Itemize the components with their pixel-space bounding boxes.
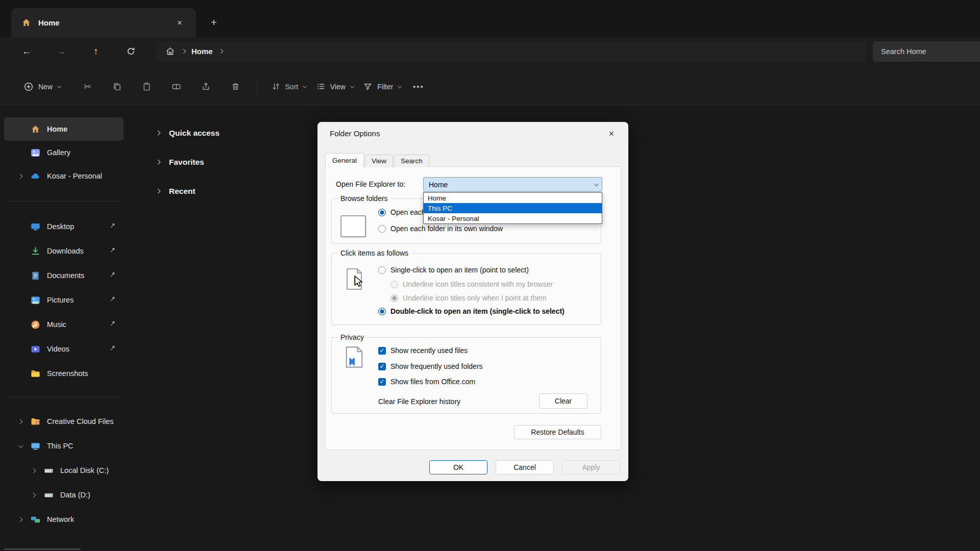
up-button[interactable]: ↑ — [85, 42, 107, 61]
chevron-right-icon[interactable] — [14, 514, 26, 525]
radio-label: Open each folder in its own window — [390, 224, 503, 233]
downloads-icon — [30, 245, 41, 257]
cancel-button[interactable]: Cancel — [496, 460, 554, 474]
radio-icon[interactable] — [378, 225, 386, 233]
forward-button[interactable]: → — [50, 42, 72, 61]
sidebar-item-creative-cloud-files[interactable]: Creative Cloud Files — [4, 409, 124, 434]
apply-button[interactable]: Apply — [562, 460, 620, 474]
radio-icon[interactable] — [378, 209, 386, 216]
sidebar-item-onedrive[interactable]: Kosar - Personal — [4, 164, 124, 188]
radio-icon — [390, 281, 398, 288]
onedrive-cloud-icon — [30, 170, 41, 182]
sidebar-item-pictures[interactable]: Pictures — [4, 288, 124, 312]
sidebar-item-downloads[interactable]: Downloads — [4, 239, 124, 263]
filter-button-label: Filter — [377, 83, 393, 91]
sidebar-item-music[interactable]: Music — [4, 312, 124, 337]
dialog-close-icon[interactable]: × — [603, 126, 620, 141]
dialog-title: Folder Options — [330, 129, 380, 138]
breadcrumb-item-home[interactable]: Home — [191, 47, 213, 56]
dropdown-option-kosar-personal[interactable]: Kosar - Personal — [424, 213, 602, 223]
pin-icon — [109, 246, 116, 256]
filter-button[interactable]: Filter — [358, 78, 406, 95]
command-toolbar: New ✂ — [0, 65, 980, 105]
desktop-icon — [30, 221, 41, 232]
chevron-down-icon[interactable] — [14, 440, 26, 452]
share-icon[interactable] — [195, 77, 217, 97]
chevron-right-icon[interactable] — [28, 465, 39, 476]
chevron-right-icon[interactable] — [156, 160, 161, 165]
sidebar-item-label: Local Disk (C:) — [60, 466, 109, 474]
radio-icon[interactable] — [378, 266, 386, 274]
chevron-down-icon — [350, 84, 354, 88]
back-button[interactable]: ← — [15, 42, 38, 61]
tab-view[interactable]: View — [365, 155, 393, 167]
sidebar-item-data-d[interactable]: Data (D:) — [4, 483, 124, 507]
clear-button[interactable]: Clear — [539, 393, 587, 409]
copy-icon[interactable] — [106, 77, 129, 97]
checkbox-icon[interactable]: ✓ — [378, 347, 386, 355]
folder-icon — [30, 368, 41, 379]
section-label: Favorites — [169, 158, 204, 167]
pin-icon — [109, 320, 116, 329]
checkbox-frequently-used[interactable]: ✓ Show frequently used folders — [378, 362, 483, 370]
rename-icon[interactable] — [165, 77, 188, 97]
radio-single-click[interactable]: Single-click to open an item (point to s… — [378, 266, 529, 274]
radio-icon[interactable] — [378, 308, 386, 315]
home-icon — [20, 17, 32, 29]
tab-search[interactable]: Search — [394, 155, 429, 167]
sidebar-item-this-pc[interactable]: This PC — [4, 434, 124, 458]
home-breadcrumb-icon[interactable] — [164, 46, 176, 57]
chevron-down-icon — [594, 182, 598, 186]
search-input[interactable]: Search Home — [873, 41, 980, 62]
sidebar-item-label: Downloads — [47, 247, 84, 255]
sort-button[interactable]: Sort — [266, 78, 311, 95]
group-title: Click items as follows — [338, 249, 411, 257]
checkbox-label: Show frequently used folders — [390, 362, 483, 370]
more-options-icon[interactable]: ••• — [413, 82, 424, 91]
checkbox-icon[interactable]: ✓ — [378, 363, 386, 370]
sidebar-item-desktop[interactable]: Desktop — [4, 214, 124, 239]
explorer-tab-home[interactable]: Home × — [11, 8, 196, 37]
sidebar-divider — [7, 201, 120, 202]
sidebar-item-documents[interactable]: Documents — [4, 263, 124, 288]
open-to-label: Open File Explorer to: — [336, 180, 405, 188]
sidebar-item-home[interactable]: Home — [4, 117, 124, 141]
radio-own-window[interactable]: Open each folder in its own window — [378, 224, 503, 233]
checkbox-recently-used[interactable]: ✓ Show recently used files — [378, 346, 468, 355]
open-to-combobox[interactable]: Home — [423, 177, 602, 192]
checkbox-icon[interactable]: ✓ — [378, 378, 386, 386]
restore-defaults-button[interactable]: Restore Defaults — [514, 425, 601, 439]
tab-general[interactable]: General — [325, 153, 364, 168]
new-button[interactable]: New — [18, 78, 65, 96]
music-icon — [30, 319, 41, 330]
cut-icon[interactable]: ✂ — [77, 77, 99, 97]
sidebar-item-network[interactable]: Network — [4, 507, 124, 532]
chevron-right-icon[interactable] — [156, 189, 161, 194]
refresh-button[interactable] — [119, 42, 142, 61]
chevron-right-icon[interactable] — [14, 416, 26, 427]
delete-icon[interactable] — [225, 77, 247, 97]
sidebar-item-screenshots[interactable]: Screenshots — [4, 361, 124, 386]
chevron-right-icon[interactable] — [14, 170, 26, 182]
paste-icon[interactable] — [136, 77, 158, 97]
checkbox-office-files[interactable]: ✓ Show files from Office.com — [378, 378, 475, 386]
dropdown-option-home[interactable]: Home — [424, 193, 602, 203]
pin-icon — [109, 271, 116, 280]
new-tab-button[interactable]: + — [206, 15, 222, 30]
sidebar-item-videos[interactable]: Videos — [4, 337, 124, 361]
sidebar-item-gallery[interactable]: Gallery — [4, 141, 124, 164]
view-button[interactable]: View — [311, 78, 358, 95]
sidebar-horizontal-scrollbar[interactable] — [4, 548, 81, 550]
chevron-right-icon[interactable] — [28, 489, 39, 500]
ok-button[interactable]: OK — [429, 460, 487, 474]
breadcrumb[interactable]: Home — [156, 41, 866, 62]
radio-label: Double-click to open an item (single-cli… — [390, 307, 565, 315]
sidebar-item-local-disk-c[interactable]: Local Disk (C:) — [4, 458, 124, 483]
sidebar-item-label: Gallery — [47, 148, 70, 157]
chevron-right-icon[interactable] — [156, 131, 161, 136]
dropdown-option-this-pc[interactable]: This PC — [424, 203, 602, 213]
this-pc-icon — [30, 440, 41, 452]
section-label: Recent — [169, 187, 195, 196]
tab-close-icon[interactable]: × — [173, 16, 187, 30]
radio-double-click[interactable]: Double-click to open an item (single-cli… — [378, 307, 565, 315]
